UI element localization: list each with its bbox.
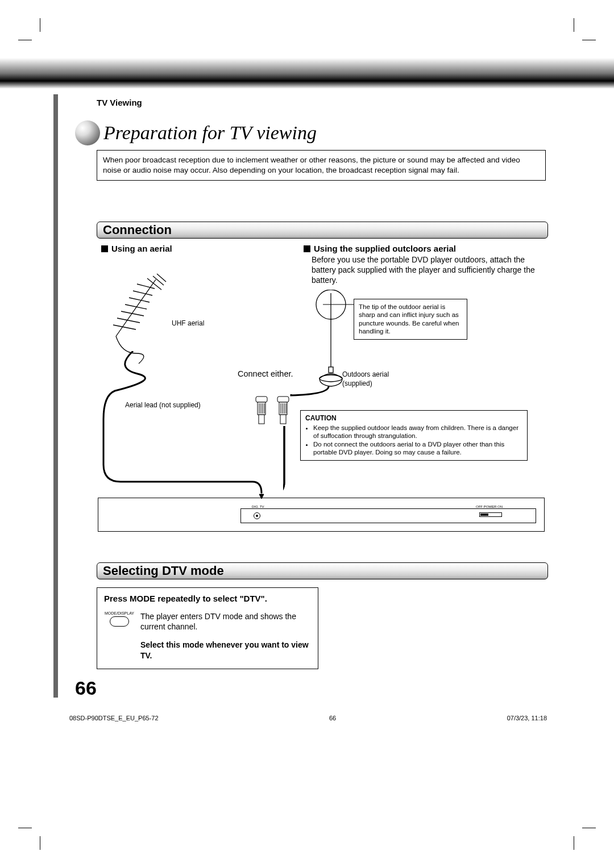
svg-rect-29 [329,367,333,373]
footer-timestamp: 07/3/23, 11:18 [507,715,547,721]
square-bullet-icon [304,245,310,252]
uhf-aerial-label: UHF aerial [172,319,204,327]
crop-mark [40,18,40,32]
section-heading-dtv: Selecting DTV mode [97,562,548,579]
intro-notice: When poor broadcast reception due to inc… [97,150,546,181]
mode-button-icon: MODE/DISPLAY [104,611,135,661]
subheading-outdoor-aerial: Using the supplied outcloors aerial [304,244,456,253]
side-accent-bar [53,94,58,698]
svg-line-0 [116,279,156,336]
dtv-instruction-title: Press MODE repeatedly to select "DTV". [104,594,311,603]
caution-item: Keep the supplied outdoor leads away fro… [313,424,522,440]
footer: 08SD-P90DTSE_E_EU_P65-72 66 07/3/23, 11:… [69,715,547,721]
svg-line-3 [121,311,144,316]
crop-mark [40,836,40,850]
svg-rect-13 [256,397,267,402]
svg-line-1 [113,325,136,329]
tip-caution-box: The tip of the outdoor aerial is sharp a… [354,299,467,340]
crop-mark [18,40,32,40]
sphere-icon [75,120,100,145]
antenna-jack-icon [254,512,260,519]
power-label: OFF POWER ON [476,505,503,508]
page-title: Preparation for TV viewing [103,122,317,144]
crop-mark [582,40,596,40]
dtv-mode-box: Press MODE repeatedly to select "DTV". M… [97,587,318,669]
section-heading-connection: Connection [97,222,548,239]
power-switch-icon [479,512,502,517]
uhf-antenna-icon [105,268,173,365]
crop-mark [18,828,32,828]
crop-mark [574,18,574,32]
dtv-description: The player enters DTV mode and shows the… [140,611,311,632]
section-label: TV Viewing [97,98,142,107]
jack-label: DIG. TV [252,505,264,508]
footer-page: 66 [329,715,336,721]
outdoor-aerial-label: Outdoors aerial (supplied) [342,370,389,388]
crop-mark [582,828,596,828]
square-bullet-icon [101,245,108,252]
connect-either-label: Connect either. [238,369,293,378]
outdoor-description: Before you use the portable DVD player o… [312,254,539,286]
svg-line-6 [133,291,152,295]
device-diagram: DIG. TV OFF POWER ON [98,498,545,532]
callout-line [323,301,357,308]
footer-doc-id: 08SD-P90DTSE_E_EU_P65-72 [69,715,159,721]
caution-item: Do not connect the outdoors aerial to a … [313,440,522,457]
subheading-using-aerial: Using an aerial [101,244,172,253]
header-gradient-bar [0,58,614,89]
svg-rect-19 [259,415,264,424]
aerial-lead-label: Aerial lead (not supplied) [125,401,201,409]
caution-title: CAUTION [305,414,522,423]
caution-box: CAUTION Keep the supplied outdoor leads … [300,410,528,461]
page-number: 66 [75,677,97,699]
crop-mark [574,836,574,850]
page-title-row: Preparation for TV viewing [75,120,317,145]
svg-line-5 [129,298,150,302]
dtv-emphasis: Select this mode whenever you want to vi… [140,640,311,660]
